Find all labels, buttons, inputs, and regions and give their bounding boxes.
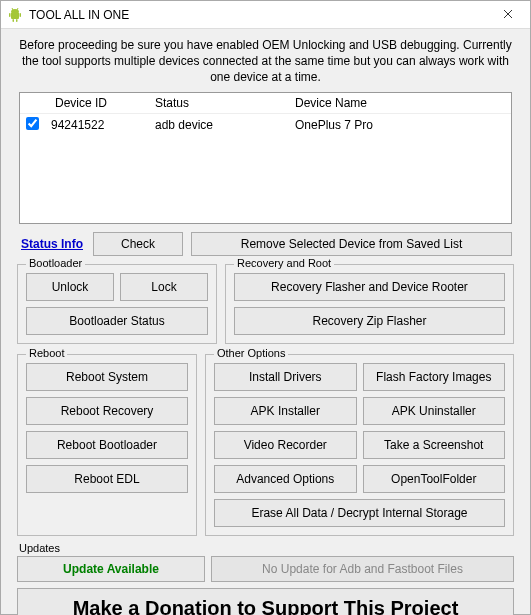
erase-all-button[interactable]: Erase All Data / Decrypt Internal Storag… xyxy=(214,499,505,527)
recovery-zip-button[interactable]: Recovery Zip Flasher xyxy=(234,307,505,335)
update-available-button[interactable]: Update Available xyxy=(17,556,205,582)
bootloader-status-button[interactable]: Bootloader Status xyxy=(26,307,208,335)
recovery-group: Recovery and Root Recovery Flasher and D… xyxy=(225,264,514,344)
svg-line-2 xyxy=(17,8,18,10)
open-tool-folder-button[interactable]: OpenToolFolder xyxy=(363,465,506,493)
col-status: Status xyxy=(135,93,255,114)
close-icon xyxy=(503,8,513,22)
video-recorder-button[interactable]: Video Recorder xyxy=(214,431,357,459)
svg-rect-3 xyxy=(9,13,11,17)
cell-status: adb device xyxy=(135,113,255,136)
reboot-recovery-button[interactable]: Reboot Recovery xyxy=(26,397,188,425)
recovery-flasher-button[interactable]: Recovery Flasher and Device Rooter xyxy=(234,273,505,301)
reboot-system-button[interactable]: Reboot System xyxy=(26,363,188,391)
cell-device-id: 94241522 xyxy=(45,113,135,136)
cell-device-name: OnePlus 7 Pro xyxy=(255,113,511,136)
intro-text: Before proceeding be sure you have enabl… xyxy=(11,35,520,92)
table-header-row: Device ID Status Device Name xyxy=(20,93,511,114)
unlock-button[interactable]: Unlock xyxy=(26,273,114,301)
close-button[interactable] xyxy=(486,1,530,29)
window-title: TOOL ALL IN ONE xyxy=(29,8,486,22)
no-update-button: No Update for Adb and Fastboot Files xyxy=(211,556,514,582)
remove-device-button[interactable]: Remove Selected Device from Saved List xyxy=(191,232,512,256)
check-button[interactable]: Check xyxy=(93,232,183,256)
install-drivers-button[interactable]: Install Drivers xyxy=(214,363,357,391)
reboot-edl-button[interactable]: Reboot EDL xyxy=(26,465,188,493)
svg-rect-6 xyxy=(16,19,18,22)
apk-uninstaller-button[interactable]: APK Uninstaller xyxy=(363,397,506,425)
advanced-options-button[interactable]: Advanced Options xyxy=(214,465,357,493)
svg-rect-0 xyxy=(11,12,19,19)
col-check xyxy=(20,93,45,114)
flash-factory-button[interactable]: Flash Factory Images xyxy=(363,363,506,391)
updates-legend: Updates xyxy=(19,542,520,554)
other-options-group: Other Options Install Drivers Flash Fact… xyxy=(205,354,514,536)
reboot-bootloader-button[interactable]: Reboot Bootloader xyxy=(26,431,188,459)
device-list: Device ID Status Device Name 94241522 ad… xyxy=(19,92,512,224)
svg-rect-5 xyxy=(13,19,15,22)
screenshot-button[interactable]: Take a Screenshot xyxy=(363,431,506,459)
apk-installer-button[interactable]: APK Installer xyxy=(214,397,357,425)
reboot-legend: Reboot xyxy=(26,347,67,359)
bootloader-legend: Bootloader xyxy=(26,257,85,269)
recovery-legend: Recovery and Root xyxy=(234,257,334,269)
svg-line-1 xyxy=(12,8,13,10)
lock-button[interactable]: Lock xyxy=(120,273,208,301)
row-checkbox[interactable] xyxy=(26,117,39,130)
app-window: TOOL ALL IN ONE Before proceeding be sur… xyxy=(0,0,531,615)
svg-rect-4 xyxy=(20,13,22,17)
table-row[interactable]: 94241522 adb device OnePlus 7 Pro xyxy=(20,113,511,136)
titlebar: TOOL ALL IN ONE xyxy=(1,1,530,29)
status-info-link[interactable]: Status Info xyxy=(19,232,85,256)
content-area: Before proceeding be sure you have enabl… xyxy=(1,29,530,615)
col-device-id: Device ID xyxy=(45,93,135,114)
android-icon xyxy=(7,7,23,23)
reboot-group: Reboot Reboot System Reboot Recovery Reb… xyxy=(17,354,197,536)
bootloader-group: Bootloader Unlock Lock Bootloader Status xyxy=(17,264,217,344)
col-device-name: Device Name xyxy=(255,93,511,114)
donate-button[interactable]: Make a Donation to Support This Project xyxy=(17,588,514,615)
other-legend: Other Options xyxy=(214,347,288,359)
